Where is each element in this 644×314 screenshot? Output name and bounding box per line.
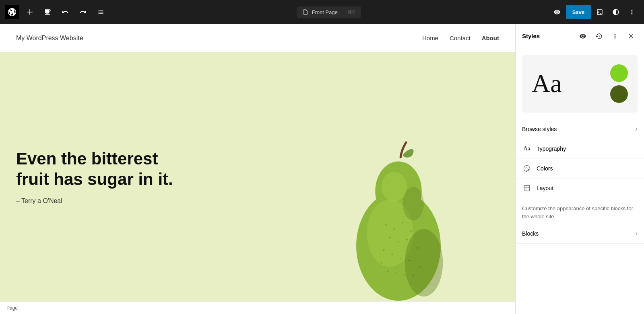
pear-illustration — [330, 140, 467, 301]
style-preview-circles — [610, 64, 628, 103]
svg-point-25 — [528, 168, 528, 168]
status-label: Page — [6, 305, 18, 311]
hero-attribution: – Terry a O'Neal — [16, 197, 185, 205]
wp-logo[interactable] — [5, 5, 19, 19]
svg-point-14 — [383, 249, 384, 251]
typography-icon: Aa — [522, 144, 532, 154]
wp-logo-icon — [7, 7, 17, 17]
browse-styles-chevron — [635, 125, 638, 133]
svg-point-9 — [410, 230, 412, 232]
svg-point-12 — [406, 239, 408, 240]
styles-close-button[interactable] — [625, 30, 638, 43]
svg-point-20 — [387, 270, 389, 272]
svg-point-7 — [393, 228, 395, 230]
undo-button[interactable] — [58, 5, 72, 19]
svg-point-23 — [413, 275, 414, 276]
tools-button[interactable] — [40, 5, 55, 19]
list-view-button[interactable] — [93, 5, 108, 19]
styles-panel-title: Styles — [522, 33, 573, 39]
site-nav: Home Contact About — [422, 35, 499, 41]
color-circle-dark — [610, 85, 628, 103]
layout-label: Layout — [537, 185, 553, 191]
more-options-button[interactable] — [625, 5, 639, 19]
svg-point-16 — [400, 258, 401, 259]
blocks-chevron — [635, 229, 638, 238]
colors-item[interactable]: Colors — [516, 159, 644, 179]
page-shortcut: ⌘K — [347, 9, 355, 15]
svg-point-6 — [385, 224, 386, 226]
svg-point-17 — [408, 260, 410, 261]
layout-icon — [522, 183, 532, 193]
hero-text: Even the bitterest fruit has sugar in it… — [0, 125, 201, 229]
add-block-button[interactable] — [23, 5, 37, 19]
colors-label: Colors — [537, 165, 553, 172]
styles-panel: Styles Aa Browse styles — [515, 24, 644, 314]
svg-point-11 — [398, 241, 399, 242]
site-header: My WordPress Website Home Contact About — [0, 24, 515, 52]
svg-point-21 — [396, 273, 397, 274]
toolbar-center: Front Page ⌘K — [111, 6, 547, 18]
hero-quote: Even the bitterest fruit has sugar in it… — [16, 149, 185, 189]
blocks-row[interactable]: Blocks — [516, 224, 644, 244]
svg-point-18 — [381, 262, 382, 263]
hero-section: Even the bitterest fruit has sugar in it… — [0, 52, 515, 301]
browse-styles-row[interactable]: Browse styles — [516, 119, 644, 139]
styles-panel-header: Styles — [516, 24, 644, 48]
style-preview-text: Aa — [532, 69, 562, 99]
main-toolbar: Front Page ⌘K Save — [0, 0, 644, 24]
color-circle-light — [610, 64, 628, 82]
svg-point-10 — [389, 236, 391, 238]
svg-point-24 — [525, 168, 526, 168]
page-indicator[interactable]: Front Page ⌘K — [297, 6, 361, 18]
svg-point-15 — [391, 253, 393, 255]
nav-about[interactable]: About — [482, 35, 499, 41]
toolbar-right: Save — [550, 5, 639, 19]
customize-text: Customize the appearance of specific blo… — [516, 198, 644, 224]
sidebar-toggle-button[interactable] — [592, 5, 607, 19]
styles-more-button[interactable] — [609, 30, 621, 43]
layout-item[interactable]: Layout — [516, 179, 644, 198]
page-indicator-label: Front Page — [312, 9, 338, 15]
styles-history-button[interactable] — [592, 30, 605, 43]
blocks-label: Blocks — [522, 230, 539, 237]
status-bar: Page — [0, 301, 515, 314]
redo-button[interactable] — [76, 5, 90, 19]
svg-point-13 — [417, 247, 418, 249]
contrast-button[interactable] — [609, 5, 623, 19]
nav-contact[interactable]: Contact — [450, 35, 471, 41]
style-preview: Aa — [522, 55, 638, 113]
svg-point-8 — [402, 222, 403, 224]
site-title: My WordPress Website — [16, 35, 83, 42]
typography-label: Typography — [537, 146, 566, 152]
canvas-area: My WordPress Website Home Contact About … — [0, 24, 515, 314]
main-area: My WordPress Website Home Contact About … — [0, 24, 644, 314]
svg-point-4 — [405, 229, 443, 297]
svg-point-5 — [403, 187, 424, 221]
view-button[interactable] — [550, 5, 564, 19]
svg-rect-27 — [524, 185, 530, 191]
colors-icon — [522, 164, 532, 173]
browse-styles-label: Browse styles — [522, 126, 557, 132]
svg-point-22 — [404, 274, 406, 275]
styles-eye-button[interactable] — [576, 30, 589, 43]
svg-point-2 — [382, 172, 407, 202]
typography-item[interactable]: Aa Typography — [516, 139, 644, 159]
save-button[interactable]: Save — [566, 5, 591, 19]
svg-point-19 — [419, 266, 420, 268]
svg-point-26 — [526, 167, 527, 168]
nav-home[interactable]: Home — [422, 35, 438, 41]
